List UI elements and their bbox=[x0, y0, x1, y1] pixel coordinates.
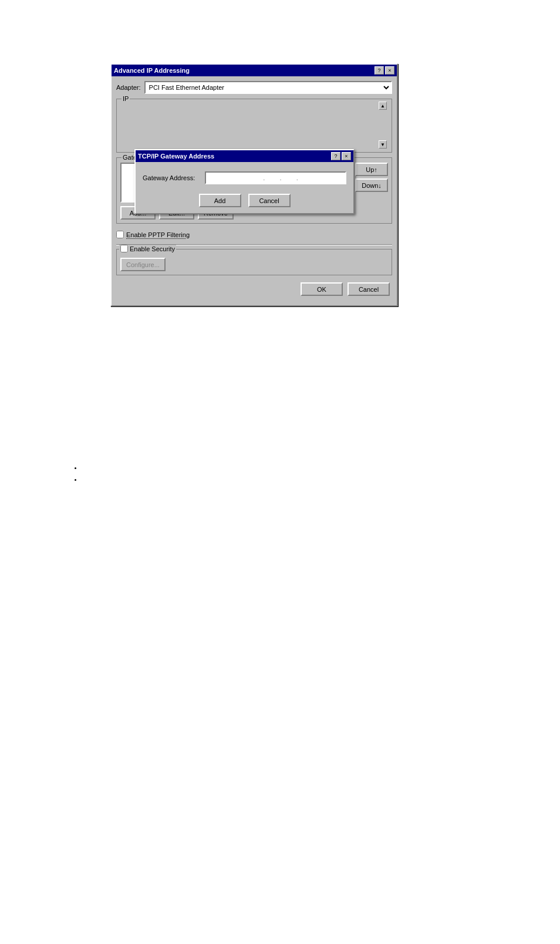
adapter-label: Adapter: bbox=[116, 84, 141, 91]
inner-help-button[interactable]: ? bbox=[331, 152, 340, 160]
page-wrapper: Advanced IP Addressing ? × Adapter: PCI … bbox=[0, 0, 560, 944]
inner-dialog-title: TCP/IP Gateway Address bbox=[138, 153, 214, 160]
gateways-side-buttons: Up↑ Down↓ bbox=[355, 163, 388, 203]
main-dialog-body: Adapter: PCI Fast Ethernet Adapter IP ▲ … bbox=[112, 76, 397, 305]
ip-scroll-up-button[interactable]: ▲ bbox=[379, 102, 387, 110]
security-checkbox-label: Enable Security bbox=[130, 245, 175, 252]
inner-dialog: TCP/IP Gateway Address ? × Gateway Addre… bbox=[134, 149, 355, 214]
adapter-select-wrapper: PCI Fast Ethernet Adapter bbox=[144, 81, 392, 94]
inner-close-button[interactable]: × bbox=[342, 152, 351, 160]
gateways-down-button[interactable]: Down↓ bbox=[355, 178, 388, 192]
gateway-row: Gateway Address: bbox=[143, 171, 346, 184]
main-cancel-button[interactable]: Cancel bbox=[348, 282, 390, 296]
ip-group-content: ▲ ▼ bbox=[120, 102, 388, 149]
security-group: Enable Security Configure... bbox=[116, 249, 392, 275]
adapter-row: Adapter: PCI Fast Ethernet Adapter bbox=[116, 81, 392, 94]
security-group-body: Configure... bbox=[120, 258, 388, 271]
main-ok-button[interactable]: OK bbox=[301, 282, 343, 296]
main-dialog: Advanced IP Addressing ? × Adapter: PCI … bbox=[110, 63, 398, 306]
adapter-select[interactable]: PCI Fast Ethernet Adapter bbox=[144, 81, 392, 94]
main-help-button[interactable]: ? bbox=[375, 66, 384, 75]
inner-dialog-titlebar: TCP/IP Gateway Address ? × bbox=[136, 150, 353, 162]
bullet-item-2 bbox=[82, 476, 84, 483]
titlebar-buttons: ? × bbox=[375, 66, 394, 75]
inner-titlebar-buttons: ? × bbox=[331, 152, 351, 160]
configure-button[interactable]: Configure... bbox=[120, 258, 166, 271]
pptp-checkbox-row: Enable PPTP Filtering bbox=[116, 228, 392, 241]
inner-dialog-buttons: Add Cancel bbox=[143, 194, 346, 207]
gateway-address-label: Gateway Address: bbox=[143, 174, 201, 181]
pptp-checkbox-label: Enable PPTP Filtering bbox=[126, 231, 190, 238]
main-close-button[interactable]: × bbox=[385, 66, 394, 75]
ip-scrollbar: ▲ ▼ bbox=[379, 102, 388, 149]
pptp-checkbox[interactable] bbox=[116, 231, 124, 238]
main-dialog-titlebar: Advanced IP Addressing ? × bbox=[112, 65, 397, 76]
bullet-list bbox=[70, 464, 84, 487]
gateway-address-input[interactable] bbox=[205, 171, 346, 184]
gateway-cancel-button[interactable]: Cancel bbox=[248, 194, 291, 207]
ip-group-box: IP ▲ ▼ TCP/IP Gateway Address ? bbox=[116, 99, 392, 153]
security-group-header: Enable Security bbox=[119, 245, 176, 252]
main-dialog-bottom-buttons: OK Cancel bbox=[116, 280, 392, 301]
bullet-item-1 bbox=[82, 464, 84, 471]
gateways-up-button[interactable]: Up↑ bbox=[355, 163, 388, 176]
gateway-add-button[interactable]: Add bbox=[199, 194, 241, 207]
security-checkbox[interactable] bbox=[120, 245, 128, 252]
ip-scroll-track bbox=[379, 110, 388, 140]
inner-dialog-body: Gateway Address: Add Cancel bbox=[136, 162, 353, 213]
main-dialog-title: Advanced IP Addressing bbox=[114, 67, 190, 74]
ip-scroll-down-button[interactable]: ▼ bbox=[379, 140, 387, 149]
